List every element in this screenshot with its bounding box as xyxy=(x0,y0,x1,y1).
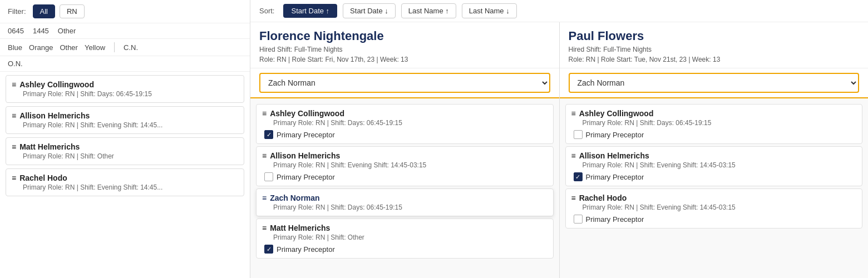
col-1-preceptor-row-matt: ✓ Primary Preceptor xyxy=(262,245,548,254)
sidebar-staff-card-1[interactable]: ≡ Allison Helmerichs Primary Role: RN | … xyxy=(6,106,244,134)
hamburger-icon-0: ≡ xyxy=(12,80,16,89)
col-1-dropdown-name: ≡ Zach Norman xyxy=(262,193,548,202)
color-divider xyxy=(114,42,115,52)
shift-row: 0645 1445 Other xyxy=(0,23,250,39)
filter-rn-button[interactable]: RN xyxy=(60,4,85,18)
col-1-staff-detail-matt: Primary Role: RN | Shift: Other xyxy=(262,234,548,241)
col-2-staff-detail-rachel: Primary Role: RN | Shift: Evening Shift:… xyxy=(571,203,857,211)
preceptor-label-allison-col2: Primary Preceptor xyxy=(586,173,644,181)
sort-start-date-asc-button[interactable]: Start Date ↑ xyxy=(283,4,337,18)
color-yellow[interactable]: Yellow xyxy=(85,43,105,52)
sort-start-date-desc-button[interactable]: Start Date ↓ xyxy=(343,3,396,18)
filter-row: Filter: All RN xyxy=(0,0,250,23)
hamburger-icon-col1-matt: ≡ xyxy=(262,224,267,232)
col-2-preceptor-row-ashley: Primary Preceptor xyxy=(571,130,857,139)
column-2-preceptor-select[interactable]: Zach Norman xyxy=(569,73,860,93)
hamburger-icon-col1-allison: ≡ xyxy=(262,151,267,160)
sort-row: Sort: Start Date ↑ Start Date ↓ Last Nam… xyxy=(250,0,868,22)
shift-1445[interactable]: 1445 xyxy=(33,27,49,35)
preceptor-label-ashley-col2: Primary Preceptor xyxy=(586,131,644,139)
col-2-staff-name-allison: ≡ Allison Helmerichs xyxy=(571,151,857,160)
sidebar-staff-list: ≡ Ashley Collingwood Primary Role: RN | … xyxy=(0,72,250,278)
column-2-role-info: Role: RN | Role Start: Tue, Nov 21st, 23… xyxy=(569,54,860,64)
sidebar-staff-name-0: ≡ Ashley Collingwood xyxy=(12,80,238,89)
column-1: Florence Nightengale Hired Shift: Full-T… xyxy=(250,22,560,278)
preceptor-checkbox-allison-col2[interactable]: ✓ xyxy=(574,172,583,181)
col-1-staff-name-matt: ≡ Matt Helmerichs xyxy=(262,224,548,232)
shift-0645[interactable]: 0645 xyxy=(8,27,24,35)
col-1-preceptor-row-ashley: ✓ Primary Preceptor xyxy=(262,130,548,139)
sort-label: Sort: xyxy=(259,7,274,15)
sidebar-staff-name-2: ≡ Matt Helmerichs xyxy=(12,142,238,151)
color-row: Blue Orange Other Yellow C.N. xyxy=(0,39,250,56)
col-2-staff-card-allison[interactable]: ≡ Allison Helmerichs Primary Role: RN | … xyxy=(565,146,863,186)
filter-label: Filter: xyxy=(8,7,26,16)
column-2-hired-shift: Hired Shift: Full-Time Nights xyxy=(569,44,860,54)
sidebar-staff-detail-1: Primary Role: RN | Shift: Evening Shift:… xyxy=(12,121,238,129)
column-1-preceptor-select[interactable]: Zach Norman xyxy=(259,73,550,93)
sort-last-name-desc-button[interactable]: Last Name ↓ xyxy=(462,3,517,18)
filter-all-button[interactable]: All xyxy=(33,4,55,18)
col-1-staff-name-allison: ≡ Allison Helmerichs xyxy=(262,151,548,160)
page-wrapper: Filter: All RN 0645 1445 Other Blue Oran… xyxy=(0,0,868,278)
hamburger-icon-col1-ashley: ≡ xyxy=(262,109,267,118)
column-2-select-wrapper: Zach Norman xyxy=(560,68,869,98)
sidebar-staff-card-0[interactable]: ≡ Ashley Collingwood Primary Role: RN | … xyxy=(6,75,244,103)
preceptor-label-allison-col1: Primary Preceptor xyxy=(277,173,335,181)
column-2: Paul Flowers Hired Shift: Full-Time Nigh… xyxy=(560,22,869,278)
sidebar-staff-card-2[interactable]: ≡ Matt Helmerichs Primary Role: RN | Shi… xyxy=(6,137,244,165)
preceptor-checkbox-allison-col1[interactable] xyxy=(264,172,273,181)
on-label-text: O.N. xyxy=(8,59,23,68)
col-1-preceptor-row-allison: Primary Preceptor xyxy=(262,172,548,181)
columns-wrapper: Florence Nightengale Hired Shift: Full-T… xyxy=(250,22,868,278)
column-2-header: Paul Flowers Hired Shift: Full-Time Nigh… xyxy=(560,22,869,68)
column-1-role-info: Role: RN | Role Start: Fri, Nov 17th, 23… xyxy=(259,54,550,64)
hamburger-icon-3: ≡ xyxy=(12,173,16,182)
hamburger-icon-2: ≡ xyxy=(12,142,16,151)
col-2-staff-name-ashley: ≡ Ashley Collingwood xyxy=(571,109,857,118)
col-1-dropdown-suggestion[interactable]: ≡ Zach Norman Primary Role: RN | Shift: … xyxy=(256,188,554,216)
col-1-staff-card-matt[interactable]: ≡ Matt Helmerichs Primary Role: RN | Shi… xyxy=(256,219,554,259)
sidebar-staff-name-3: ≡ Rachel Hodo xyxy=(12,173,238,182)
preceptor-checkbox-ashley-col1[interactable]: ✓ xyxy=(264,130,273,139)
preceptor-checkbox-ashley-col2[interactable] xyxy=(574,130,583,139)
col-2-staff-name-rachel: ≡ Rachel Hodo xyxy=(571,193,857,202)
preceptor-label-matt-col1: Primary Preceptor xyxy=(277,245,335,254)
sidebar-staff-name-1: ≡ Allison Helmerichs xyxy=(12,111,238,120)
col-1-staff-detail-allison: Primary Role: RN | Shift: Evening Shift:… xyxy=(262,161,548,169)
column-1-person-name: Florence Nightengale xyxy=(259,29,550,43)
column-1-header: Florence Nightengale Hired Shift: Full-T… xyxy=(250,22,559,68)
sidebar-staff-detail-3: Primary Role: RN | Shift: Evening Shift:… xyxy=(12,183,238,191)
sort-last-name-asc-button[interactable]: Last Name ↑ xyxy=(401,3,456,18)
col-2-preceptor-row-rachel: Primary Preceptor xyxy=(571,215,857,224)
col-1-staff-card-allison[interactable]: ≡ Allison Helmerichs Primary Role: RN | … xyxy=(256,146,554,186)
hamburger-icon-col2-rachel: ≡ xyxy=(571,193,576,202)
col-1-dropdown-detail: Primary Role: RN | Shift: Days: 06:45-19… xyxy=(262,203,548,211)
hamburger-icon-col2-ashley: ≡ xyxy=(571,109,576,118)
col-2-staff-detail-allison: Primary Role: RN | Shift: Evening Shift:… xyxy=(571,161,857,169)
col-1-staff-card-ashley[interactable]: ≡ Ashley Collingwood Primary Role: RN | … xyxy=(256,104,554,144)
preceptor-label-ashley-col1: Primary Preceptor xyxy=(277,131,335,139)
column-2-staff-list: ≡ Ashley Collingwood Primary Role: RN | … xyxy=(560,98,869,278)
col-1-staff-detail-ashley: Primary Role: RN | Shift: Days: 06:45-19… xyxy=(262,119,548,127)
col-2-staff-detail-ashley: Primary Role: RN | Shift: Days: 06:45-19… xyxy=(571,119,857,127)
preceptor-label-rachel-col2: Primary Preceptor xyxy=(586,215,644,224)
col-2-staff-card-rachel[interactable]: ≡ Rachel Hodo Primary Role: RN | Shift: … xyxy=(565,188,863,229)
sidebar-staff-card-3[interactable]: ≡ Rachel Hodo Primary Role: RN | Shift: … xyxy=(6,168,244,196)
color-blue[interactable]: Blue xyxy=(8,43,22,52)
sidebar-staff-detail-2: Primary Role: RN | Shift: Other xyxy=(12,152,238,160)
hamburger-icon-1: ≡ xyxy=(12,111,16,120)
cn-label[interactable]: C.N. xyxy=(124,43,138,52)
sidebar: Filter: All RN 0645 1445 Other Blue Oran… xyxy=(0,0,250,278)
column-1-hired-shift: Hired Shift: Full-Time Nights xyxy=(259,44,550,54)
col-1-staff-name-ashley: ≡ Ashley Collingwood xyxy=(262,109,548,118)
color-orange[interactable]: Orange xyxy=(29,43,53,52)
col-2-staff-card-ashley[interactable]: ≡ Ashley Collingwood Primary Role: RN | … xyxy=(565,104,863,144)
column-2-person-name: Paul Flowers xyxy=(569,29,860,43)
shift-other[interactable]: Other xyxy=(58,27,76,35)
hamburger-icon-dropdown: ≡ xyxy=(262,193,267,202)
preceptor-checkbox-rachel-col2[interactable] xyxy=(574,215,583,224)
color-other[interactable]: Other xyxy=(60,43,78,52)
sidebar-staff-detail-0: Primary Role: RN | Shift: Days: 06:45-19… xyxy=(12,90,238,98)
preceptor-checkbox-matt-col1[interactable]: ✓ xyxy=(264,245,273,254)
